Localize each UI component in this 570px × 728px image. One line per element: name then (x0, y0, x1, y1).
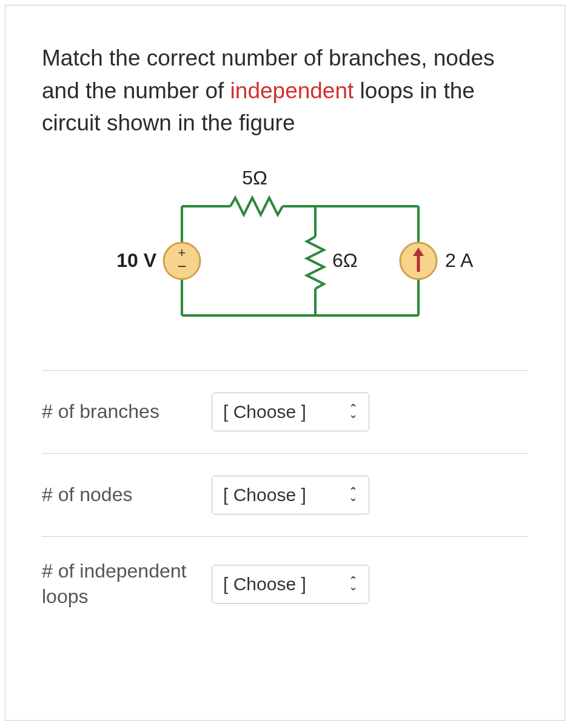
label-nodes: # of nodes (42, 482, 212, 508)
circuit-svg: + − 5Ω 10 V 6Ω 2 A (91, 158, 479, 340)
match-row-branches: # of branches [ Choose ] ⌃⌄ (42, 370, 528, 453)
select-branches[interactable]: [ Choose ] ⌃⌄ (212, 393, 369, 431)
select-nodes-value: [ Choose ] (223, 485, 306, 505)
label-branches: # of branches (42, 399, 212, 425)
label-r-top: 5Ω (242, 167, 267, 189)
select-branches-value: [ Choose ] (223, 402, 306, 422)
question-card: Match the correct number of branches, no… (5, 5, 565, 721)
chevron-updown-icon: ⌃⌄ (349, 578, 358, 590)
label-loops: # of independent loops (42, 559, 212, 609)
select-loops-value: [ Choose ] (223, 574, 306, 595)
select-loops[interactable]: [ Choose ] ⌃⌄ (212, 565, 369, 604)
label-i-src: 2 A (445, 249, 474, 271)
match-row-nodes: # of nodes [ Choose ] ⌃⌄ (42, 453, 528, 536)
label-v-src: 10 V (116, 249, 156, 271)
circuit-figure: + − 5Ω 10 V 6Ω 2 A (42, 158, 528, 340)
select-nodes[interactable]: [ Choose ] ⌃⌄ (212, 476, 369, 514)
label-r-mid: 6Ω (332, 249, 358, 271)
match-row-loops: # of independent loops [ Choose ] ⌃⌄ (42, 536, 528, 631)
svg-text:−: − (177, 257, 186, 275)
question-text: Match the correct number of branches, no… (42, 42, 528, 140)
chevron-updown-icon: ⌃⌄ (349, 406, 358, 418)
question-highlight: independent (230, 78, 354, 103)
chevron-updown-icon: ⌃⌄ (349, 489, 358, 501)
